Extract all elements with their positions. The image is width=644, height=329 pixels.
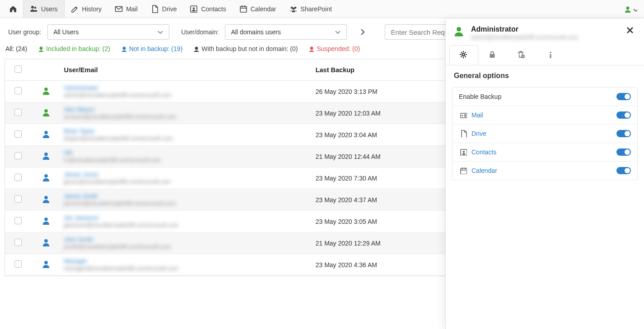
user-name[interactable]: Manager <box>64 258 308 264</box>
last-backup: 23 May 2020 3:04 AM <box>312 124 450 146</box>
option-label[interactable]: Drive <box>471 130 486 137</box>
row-checkbox[interactable] <box>14 109 22 116</box>
calendar-icon <box>239 5 247 13</box>
row-checkbox[interactable] <box>14 130 22 138</box>
user-name[interactable]: James Jones <box>64 171 308 178</box>
users-icon <box>30 5 38 13</box>
chevron-right-icon <box>359 28 367 36</box>
domain-select[interactable]: All domains users <box>225 24 347 40</box>
user-email: jamesm@cloudberrylab365.onmicrosoft.com <box>64 200 308 207</box>
row-checkbox[interactable] <box>14 217 22 224</box>
user-name[interactable]: James Smith <box>64 193 308 199</box>
option-toggle[interactable] <box>616 167 631 174</box>
group-icon <box>289 5 298 13</box>
next-page-button[interactable] <box>355 24 370 40</box>
nav-mail[interactable]: Mail <box>108 0 145 18</box>
nav-drive[interactable]: Drive <box>145 0 184 18</box>
user-name[interactable]: John Smith <box>64 236 308 243</box>
last-backup: 23 May 2020 12:03 AM <box>312 102 450 124</box>
option-label[interactable]: Contacts <box>471 148 496 156</box>
col-user[interactable]: User/Email <box>61 59 312 81</box>
nav-calendar[interactable]: Calendar <box>233 0 283 18</box>
domain-label: User/domain: <box>181 28 219 36</box>
filter-not-in-backup[interactable]: Not in backup: (19) <box>120 45 182 52</box>
user-name[interactable]: HR <box>64 149 308 156</box>
nav-users[interactable]: Users <box>23 0 65 18</box>
top-nav: Users History Mail Drive Contacts Calend… <box>0 0 644 18</box>
user-icon <box>120 46 126 52</box>
tab-general[interactable] <box>449 45 478 65</box>
user-name[interactable]: Jim Jameson <box>64 214 308 221</box>
option-row: Contacts <box>453 143 637 162</box>
group-label: User group: <box>8 28 41 36</box>
caret-down-icon <box>156 28 163 36</box>
filter-included[interactable]: Included in backup: (2) <box>37 45 110 52</box>
details-panel: Administrator admin@cloudberrylab365.onm… <box>445 19 644 276</box>
user-icon <box>42 216 51 225</box>
user-icon <box>42 173 51 182</box>
option-label[interactable]: Mail <box>471 111 483 119</box>
nav-contacts[interactable]: Contacts <box>183 0 233 18</box>
user-email: jsmith@cloudberrylab365.onmicrosoft.com <box>64 244 308 250</box>
group-value: All Users <box>53 28 79 36</box>
caret-down-icon <box>632 6 637 12</box>
option-row: Calendar <box>453 162 637 180</box>
select-all-checkbox[interactable] <box>14 65 22 73</box>
user-icon <box>42 86 51 95</box>
nav-label: Calendar <box>251 5 276 13</box>
row-checkbox[interactable] <box>14 260 22 268</box>
close-panel-button[interactable] <box>624 25 636 37</box>
user-name[interactable]: Alex Mason <box>64 106 308 113</box>
filter-suspended[interactable]: Suspended: (0) <box>308 45 360 52</box>
option-toggle[interactable] <box>616 148 631 156</box>
last-backup: 23 May 2020 7:30 AM <box>312 167 450 189</box>
last-backup: 26 May 2020 3:13 PM <box>312 81 450 102</box>
file-icon <box>459 130 468 137</box>
panel-section-title: General options <box>446 65 644 84</box>
contact-icon <box>190 5 198 13</box>
option-toggle[interactable] <box>616 130 631 137</box>
user-icon <box>624 5 631 13</box>
last-backup: 23 May 2020 3:05 AM <box>312 211 450 232</box>
nav-label: Users <box>41 5 58 13</box>
row-checkbox[interactable] <box>14 195 22 203</box>
account-menu[interactable] <box>617 0 644 18</box>
nav-home[interactable] <box>4 0 23 18</box>
user-icon <box>42 238 51 247</box>
option-toggle[interactable] <box>616 93 631 100</box>
user-icon <box>42 130 51 139</box>
tab-info[interactable] <box>536 45 565 65</box>
last-backup: 23 May 2020 4:36 AM <box>312 254 450 276</box>
filter-all[interactable]: All: (24) <box>5 45 27 52</box>
last-backup: 21 May 2020 12:44 AM <box>312 146 450 167</box>
option-label: Enable Backup <box>459 93 501 100</box>
option-label[interactable]: Calendar <box>471 167 497 174</box>
user-email: hr@cloudberrylab365.onmicrosoft.com <box>64 157 308 163</box>
row-checkbox[interactable] <box>14 239 22 246</box>
user-email: btaylor@cloudberrylab365.onmicrosoft.com <box>64 135 308 142</box>
contact-icon <box>459 148 468 156</box>
user-email: jjameson@cloudberrylab365.onmicrosoft.co… <box>64 222 308 228</box>
user-icon <box>42 195 51 204</box>
nav-history[interactable]: History <box>65 0 109 18</box>
row-checkbox[interactable] <box>14 174 22 181</box>
user-name[interactable]: Brian Taylor <box>64 128 308 134</box>
option-toggle[interactable] <box>616 111 631 119</box>
tab-retention[interactable] <box>507 45 536 65</box>
col-last-backup[interactable]: Last Backup <box>312 59 450 81</box>
filter-with-backup-not-domain[interactable]: With backup but not in domain: (0) <box>192 45 298 52</box>
group-select[interactable]: All Users <box>47 24 169 40</box>
nav-label: Contacts <box>201 5 226 13</box>
mail-icon <box>115 5 123 13</box>
user-email: amason@cloudberrylab365.onmicrosoft.com <box>64 114 308 120</box>
row-checkbox[interactable] <box>14 152 22 159</box>
user-icon <box>308 46 314 52</box>
tab-security[interactable] <box>478 45 507 65</box>
mail-box-icon <box>459 111 468 119</box>
panel-options: Enable BackupMailDriveContactsCalendar <box>452 87 638 180</box>
row-checkbox[interactable] <box>14 87 22 94</box>
lock-icon <box>488 51 497 60</box>
caret-down-icon <box>334 28 341 36</box>
nav-sharepoint[interactable]: SharePoint <box>283 0 339 18</box>
user-name[interactable]: Administrator <box>64 84 308 91</box>
